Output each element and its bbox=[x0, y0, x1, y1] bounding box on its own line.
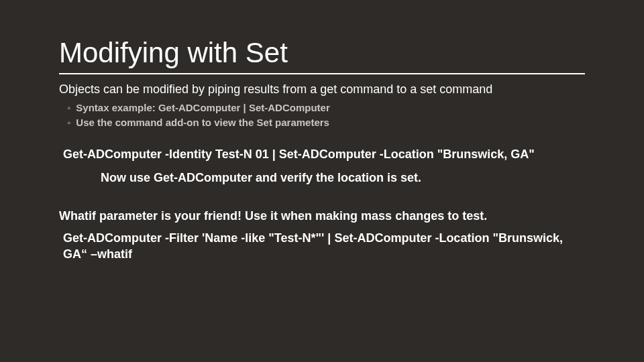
slide-title: Modifying with Set bbox=[59, 37, 585, 69]
list-item: ◦ Use the command add-on to view the Set… bbox=[67, 115, 585, 130]
whatif-text: Whatif parameter is your friend! Use it … bbox=[59, 209, 585, 223]
command-example-2: Get-ADComputer -Filter 'Name -like "Test… bbox=[63, 230, 585, 263]
command-example-1: Get-ADComputer -Identity Test-N 01 | Set… bbox=[63, 147, 585, 162]
list-item-text: Use the command add-on to view the Set p… bbox=[76, 115, 329, 130]
list-item: ◦ Syntax example: Get-ADComputer | Set-A… bbox=[67, 101, 585, 115]
bullet-icon: ◦ bbox=[67, 115, 70, 130]
lead-text: Objects can be modified by piping result… bbox=[59, 82, 585, 97]
title-rule bbox=[59, 73, 585, 74]
bullet-icon: ◦ bbox=[67, 101, 70, 115]
list-item-text: Syntax example: Get-ADComputer | Set-ADC… bbox=[76, 101, 329, 115]
slide: Modifying with Set Objects can be modifi… bbox=[0, 0, 644, 362]
sub-bullet-list: ◦ Syntax example: Get-ADComputer | Set-A… bbox=[67, 101, 585, 130]
verify-text: Now use Get-ADComputer and verify the lo… bbox=[101, 171, 585, 185]
